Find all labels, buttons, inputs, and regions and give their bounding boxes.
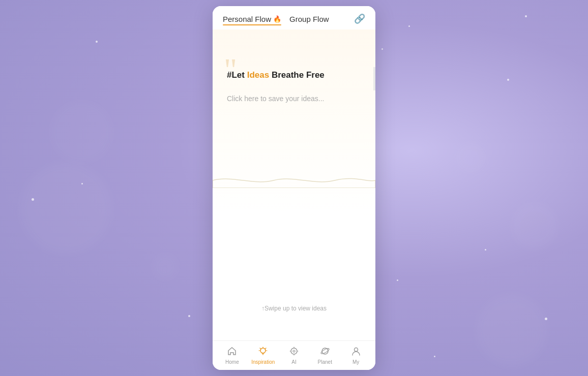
svg-point-0 (260, 348, 266, 353)
star-11 (32, 198, 34, 201)
nav-home[interactable]: Home (217, 346, 248, 365)
tab-group-flow[interactable]: Group Flow (289, 15, 329, 23)
tab-group-label: Group Flow (289, 15, 329, 23)
nav-my[interactable]: My (340, 346, 371, 365)
swipe-hint: ↑Swipe up to view ideas (213, 305, 375, 312)
svg-point-5 (354, 348, 358, 352)
my-icon (351, 346, 361, 358)
bokeh-6 (153, 254, 178, 279)
planet-icon (320, 346, 330, 358)
nav-planet[interactable]: Planet (309, 346, 340, 365)
nav-inspiration[interactable]: Inspiration (248, 346, 279, 365)
bokeh-1 (20, 163, 112, 254)
nav-home-label: Home (225, 359, 239, 365)
star-1 (96, 41, 98, 43)
svg-point-3 (322, 348, 328, 354)
star-9 (507, 79, 509, 81)
star-5 (545, 318, 547, 320)
star-10 (397, 279, 398, 281)
tagline-prefix: #Let (227, 70, 247, 80)
nav-my-label: My (352, 359, 359, 365)
tagline: #Let Ideas Breathe Free (227, 70, 361, 80)
tab-bar: Personal Flow 🔥 Group Flow 🔗 (213, 6, 375, 29)
svg-point-1 (291, 348, 297, 354)
tab-personal-flow[interactable]: Personal Flow 🔥 (223, 15, 281, 23)
star-8 (408, 25, 410, 27)
nav-ai-label: AI (291, 359, 296, 365)
nav-planet-label: Planet (318, 359, 332, 365)
bokeh-3 (512, 203, 557, 249)
svg-point-2 (293, 350, 295, 352)
placeholder-text[interactable]: Click here to save your ideas... (227, 95, 324, 103)
home-icon (227, 346, 237, 358)
wave-divider (213, 173, 375, 188)
star-4 (485, 249, 486, 250)
tagline-suffix: Breathe Free (269, 70, 325, 80)
expand-arrow-button[interactable]: ▶ (373, 67, 375, 90)
star-6 (81, 183, 83, 184)
tagline-highlight: Ideas (247, 70, 269, 80)
nav-ai[interactable]: AI (279, 346, 310, 365)
star-7 (188, 315, 190, 317)
bokeh-4 (456, 142, 486, 173)
inspiration-icon (258, 346, 268, 358)
modal: × ▶ Personal Flow 🔥 Group Flow 🔗 " #Let … (213, 6, 375, 370)
content-area[interactable]: " #Let Ideas Breathe Free Click here to … (213, 29, 375, 340)
nav-inspiration-label: Inspiration (251, 359, 275, 365)
star-3 (525, 15, 527, 17)
ai-icon (289, 346, 299, 358)
tab-personal-label: Personal Flow (223, 15, 271, 23)
link-icon[interactable]: 🔗 (354, 13, 365, 24)
fire-icon: 🔥 (273, 15, 281, 23)
star-12 (434, 356, 435, 357)
bokeh-5 (476, 295, 547, 366)
star-2 (381, 48, 383, 50)
bottom-nav: Home Inspiration AI (213, 340, 375, 370)
bokeh-2 (51, 102, 112, 163)
